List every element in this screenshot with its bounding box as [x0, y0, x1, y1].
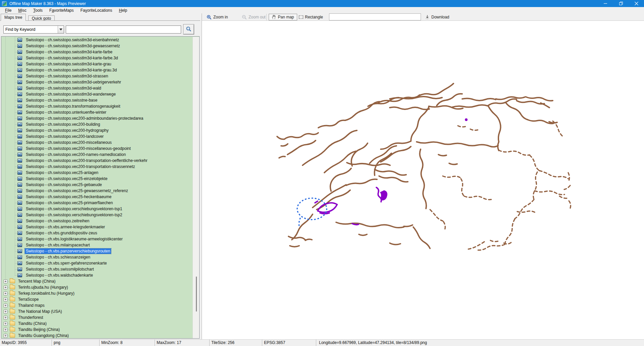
tree-folder[interactable]: +Thailand maps [1, 302, 193, 308]
tree-folder[interactable]: +Terkep.torokbalint.hu (Hungary) [1, 290, 193, 296]
tree-item[interactable]: Swisstopo - ch.vbs.swissmilpilotschart [1, 266, 193, 272]
expand-plus-icon[interactable]: + [4, 316, 7, 320]
tree-scrollbar-thumb[interactable] [196, 277, 197, 311]
menu-favoritelocations[interactable]: FavoriteLocations [77, 8, 116, 13]
tree-item[interactable]: Swisstopo - ch.swisstopo.vec200-miscella… [1, 139, 193, 146]
tree-item[interactable]: Swisstopo - ch.swisstopo.vec200-miscella… [1, 146, 193, 152]
tree-item[interactable]: Swisstopo - ch.swisstopo.swisstlm3d-stra… [1, 73, 193, 79]
tree-folder[interactable]: +TerraScope [1, 296, 193, 302]
tree-item[interactable]: Swisstopo - ch.vbs.armee-kriegsdenkmaele… [1, 224, 193, 230]
tree-item[interactable]: Swisstopo - ch.swisstopo.swisstne-base [1, 97, 193, 103]
pan-map-button[interactable]: Pan map [269, 14, 297, 20]
tree-item[interactable]: Swisstopo - ch.swisstopo.vec25-heckenbae… [1, 194, 193, 200]
tree-item-label: Swisstopo - ch.swisstopo.swisstlm3d-kart… [25, 61, 112, 67]
search-button[interactable] [183, 24, 194, 35]
tree-item[interactable]: Swisstopo - ch.swisstopo.verschiebungsve… [1, 212, 193, 218]
folder-icon [10, 328, 15, 332]
close-button[interactable] [629, 0, 644, 7]
restore-button[interactable] [613, 0, 629, 7]
tree-item[interactable]: Swisstopo - ch.swisstopo.swisstlm3d-kart… [1, 61, 193, 67]
tree-item[interactable]: Swisstopo - ch.swisstopo.vec25-einzelobj… [1, 176, 193, 182]
map-layer-icon [17, 201, 22, 205]
tree-item[interactable]: Swisstopo - ch.swisstopo.vec25-primaerfl… [1, 200, 193, 206]
tree-scrollbar[interactable] [193, 37, 199, 338]
tree-item-label: Swisstopo - ch.swisstopo.transformations… [25, 104, 121, 109]
tree-item[interactable]: Swisstopo - ch.vbs.logistikraeume-armeel… [1, 236, 193, 242]
expand-plus-icon[interactable]: + [4, 328, 7, 332]
expand-plus-icon[interactable]: + [4, 292, 7, 295]
tree-folder[interactable]: +Tianditu Beijing (China) [1, 327, 193, 333]
tree-item[interactable]: Swisstopo - ch.swisstopo.vec200-transpor… [1, 164, 193, 170]
tree-item[interactable]: Swisstopo - ch.vbs.schiessanzeigen [1, 254, 193, 260]
zoom-out-button[interactable]: Zoom out [242, 14, 266, 20]
tree-folder-label: Thunderforest [17, 315, 44, 320]
search-input[interactable] [66, 25, 181, 34]
tree-item[interactable]: Swisstopo - ch.swisstopo.swisstlm3d-uebr… [1, 79, 193, 85]
tree-item-label: Swisstopo - ch.swisstopo.vec25-gewaesser… [25, 188, 129, 193]
expand-plus-icon[interactable]: + [4, 310, 7, 313]
expand-plus-icon[interactable]: + [4, 304, 7, 307]
expand-plus-icon[interactable]: + [4, 334, 7, 338]
tree-item[interactable]: Swisstopo - ch.vbs.sperr-gefahrenzonenka… [1, 260, 193, 266]
tree-item-label: Swisstopo - ch.swisstopo.vec200-transpor… [25, 164, 136, 169]
expand-plus-icon[interactable]: + [4, 280, 7, 283]
tree-item[interactable]: Swisstopo - ch.swisstopo.vec200-building [1, 121, 193, 127]
tree-item[interactable]: Swisstopo - ch.swisstopo.vec25-gebaeude [1, 182, 193, 188]
chevron-down-icon[interactable] [58, 26, 64, 33]
tree-item[interactable]: Swisstopo - ch.swisstopo.verschiebungsve… [1, 206, 193, 212]
tree-item[interactable]: Swisstopo - ch.swisstopo.vec200-names-na… [1, 152, 193, 158]
tree-item[interactable]: Swisstopo - ch.vbs.panzerverschiebungsro… [1, 248, 193, 254]
zoom-in-button[interactable]: Zoom in [207, 14, 228, 20]
tree-item[interactable]: Swisstopo - ch.vbs.waldschadenkarte [1, 272, 193, 278]
tree-item[interactable]: Swisstopo - ch.swisstopo.swisstlm3d-kart… [1, 55, 193, 61]
menu-misc[interactable]: Misc [15, 8, 30, 13]
tree-folder[interactable]: +Tencent Map (China) [1, 278, 193, 284]
tab-maps-tree[interactable]: Maps tree [1, 14, 26, 21]
tree-item-label: Swisstopo - ch.swisstopo.zeitreihen [25, 218, 90, 224]
menu-favoritemaps[interactable]: FavoriteMaps [46, 8, 77, 13]
tree-connector [8, 287, 9, 288]
map-layer-icon [17, 128, 22, 132]
tree-item[interactable]: Swisstopo - ch.swisstopo.vec200-transpor… [1, 158, 193, 164]
tree-item[interactable]: Swisstopo - ch.swisstopo.vec200-landcove… [1, 133, 193, 139]
tree-item[interactable]: Swisstopo - ch.swisstopo.swisstlm3d-wald [1, 85, 193, 91]
tree-item[interactable]: Swisstopo - ch.swisstopo.swisstlm3d-eise… [1, 37, 193, 43]
menu-help[interactable]: Help [116, 8, 131, 13]
toolbar-input[interactable] [329, 13, 421, 20]
tree-connector [8, 324, 9, 324]
tree-item[interactable]: Swisstopo - ch.swisstopo.vec200-adminbou… [1, 115, 193, 121]
minimize-button[interactable] [598, 0, 613, 7]
expand-plus-icon[interactable]: + [4, 286, 7, 289]
maps-tree-box: Swisstopo - ch.swisstopo.swisstlm3d-eise… [1, 36, 200, 339]
tree-item-label: Swisstopo - ch.swisstopo.vec200-hydrogra… [25, 128, 110, 133]
expand-plus-icon[interactable]: + [4, 322, 7, 326]
rectangle-button[interactable]: Rectangle [299, 14, 323, 20]
tree-item[interactable]: Swisstopo - ch.vbs.milairspacechart [1, 242, 193, 248]
tree-item[interactable]: Swisstopo - ch.swisstopo.swisstlm3d-kart… [1, 49, 193, 55]
tree-item[interactable]: Swisstopo - ch.swisstopo.vec200-hydrogra… [1, 127, 193, 133]
map-layer-icon [17, 38, 22, 42]
tree-item-label: Swisstopo - ch.swisstopo.swisstlm3d-wand… [25, 92, 117, 97]
tree-folder[interactable]: +Tianditu Guangdong (China) [1, 333, 193, 338]
find-mode-select[interactable]: Find by Keyword [3, 25, 64, 34]
download-button[interactable]: Download [425, 14, 449, 20]
tree-connector [8, 311, 9, 312]
expand-plus-icon[interactable]: + [4, 298, 7, 301]
tree-folder[interactable]: +Terinfo.ujbuda.hu (Hungary) [1, 284, 193, 290]
tree-item[interactable]: Swisstopo - ch.swisstopo.zeitreihen [1, 218, 193, 224]
tree-item[interactable]: Swisstopo - ch.swisstopo.swisstlm3d-gewa… [1, 43, 193, 49]
tree-item[interactable]: Swisstopo - ch.vbs.grunddispositiv-zeus [1, 230, 193, 236]
tree-item[interactable]: Swisstopo - ch.swisstopo.swisstlm3d-kart… [1, 67, 193, 73]
tree-item[interactable]: Swisstopo - ch.swisstopo.unterkuenfte-wi… [1, 109, 193, 115]
map-layer-icon [17, 80, 22, 84]
tree-item[interactable]: Swisstopo - ch.swisstopo.swisstlm3d-wand… [1, 91, 193, 97]
map-canvas[interactable] [202, 21, 644, 339]
tree-item[interactable]: Swisstopo - ch.swisstopo.transformations… [1, 103, 193, 109]
tree-item[interactable]: Swisstopo - ch.swisstopo.vec25-anlagen [1, 170, 193, 176]
tree-folder[interactable]: +Tianditu (China) [1, 321, 193, 327]
tree-item[interactable]: Swisstopo - ch.swisstopo.vec25-gewaesser… [1, 188, 193, 194]
tree-folder[interactable]: +The National Map (USA) [1, 308, 193, 314]
tree-folder[interactable]: +Thunderforest [1, 314, 193, 321]
menu-file[interactable]: File [2, 8, 15, 13]
menu-tools[interactable]: Tools [30, 8, 46, 13]
